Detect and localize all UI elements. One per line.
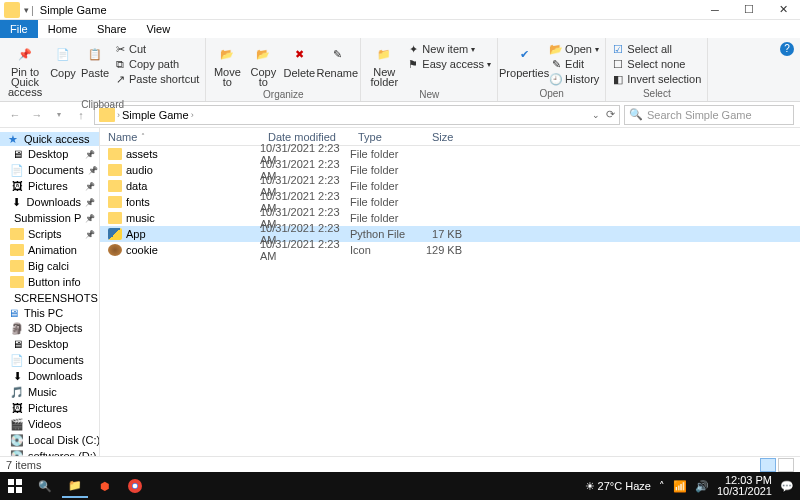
tab-file[interactable]: File [0, 20, 38, 38]
sidebar-item[interactable]: 💽Local Disk (C:) [0, 432, 99, 448]
column-name[interactable]: Name˄ [100, 131, 260, 143]
column-date[interactable]: Date modified [260, 131, 350, 143]
title-bar: ▾ | Simple Game ─ ☐ ✕ [0, 0, 800, 20]
taskbar[interactable]: 🔍 📁 ⬢ ☀ 27°C Haze ˄ 📶 🔊 12:03 PM 10/31/2… [0, 472, 800, 500]
copy-to-button[interactable]: 📂Copy to [246, 40, 280, 89]
search-placeholder: Search Simple Game [647, 109, 752, 121]
folder-icon: 🖥 [10, 148, 24, 160]
file-row[interactable]: cookie10/31/2021 2:23 AMIcon129 KB [100, 242, 800, 258]
sidebar-item[interactable]: Big calci [0, 258, 99, 274]
chevron-right-icon[interactable]: › [191, 110, 194, 120]
sidebar-item[interactable]: 💽softwares (D:) [0, 448, 99, 456]
file-row[interactable]: App10/31/2021 2:23 AMPython File17 KB [100, 226, 800, 242]
file-row[interactable]: music10/31/2021 2:23 AMFile folder [100, 210, 800, 226]
sidebar-item[interactable]: SCREENSHOTS [0, 290, 99, 306]
rename-button[interactable]: ✎Rename [318, 40, 356, 81]
paste-button[interactable]: 📋 Paste [80, 40, 110, 81]
maximize-button[interactable]: ☐ [732, 0, 766, 20]
tray-overflow-icon[interactable]: ˄ [659, 480, 665, 493]
file-row[interactable]: data10/31/2021 2:23 AMFile folder [100, 178, 800, 194]
drive-icon: 💽 [10, 434, 24, 446]
sidebar-item[interactable]: 🎵Music [0, 384, 99, 400]
paste-shortcut-button[interactable]: ↗Paste shortcut [112, 72, 201, 86]
sidebar-item[interactable]: 🖼Pictures [0, 178, 99, 194]
edit-button[interactable]: ✎Edit [548, 57, 601, 71]
sidebar-item[interactable]: 🖼Pictures [0, 400, 99, 416]
select-none-button[interactable]: ☐Select none [610, 57, 703, 71]
column-size[interactable]: Size [424, 131, 468, 143]
column-type[interactable]: Type [350, 131, 424, 143]
notifications-icon[interactable]: 💬 [780, 480, 794, 493]
new-item-icon: ✦ [407, 43, 419, 55]
sidebar-quick-access[interactable]: ★Quick access [0, 132, 99, 146]
chevron-down-icon: ▾ [487, 60, 491, 69]
sidebar-this-pc[interactable]: 🖥This PC [0, 306, 99, 320]
weather-widget[interactable]: ☀ 27°C Haze [585, 480, 651, 493]
folder-icon: 🖼 [10, 180, 24, 192]
easy-access-button[interactable]: ⚑Easy access▾ [405, 57, 493, 71]
file-row[interactable]: assets10/31/2021 2:23 AMFile folder [100, 146, 800, 162]
navigation-pane[interactable]: ★Quick access 🖥Desktop📄Documents🖼Picture… [0, 128, 100, 456]
start-button[interactable] [2, 474, 28, 498]
pin-to-quick-access-button[interactable]: 📌 Pin to Quick access [4, 40, 46, 99]
tab-view[interactable]: View [136, 20, 180, 38]
copy-path-button[interactable]: ⧉Copy path [112, 57, 201, 71]
drive-icon: 🎬 [10, 418, 24, 430]
system-tray[interactable]: ☀ 27°C Haze ˄ 📶 🔊 12:03 PM 10/31/2021 💬 [585, 475, 798, 497]
tray-volume-icon[interactable]: 🔊 [695, 480, 709, 493]
taskbar-explorer-icon[interactable]: 📁 [62, 474, 88, 498]
taskbar-brave-icon[interactable]: ⬢ [92, 474, 118, 498]
breadcrumb-segment[interactable]: Simple Game [122, 109, 189, 121]
file-row[interactable]: audio10/31/2021 2:23 AMFile folder [100, 162, 800, 178]
sidebar-item[interactable]: Button info [0, 274, 99, 290]
sidebar-item[interactable]: Scripts [0, 226, 99, 242]
cut-button[interactable]: ✂Cut [112, 42, 201, 56]
sidebar-item[interactable]: ⬇Downloads [0, 194, 99, 210]
refresh-icon[interactable]: ⟳ [606, 108, 615, 121]
tray-network-icon[interactable]: 📶 [673, 480, 687, 493]
invert-selection-button[interactable]: ◧Invert selection [610, 72, 703, 86]
taskbar-chrome-icon[interactable] [122, 474, 148, 498]
sidebar-item[interactable]: 🖥Desktop [0, 146, 99, 162]
sidebar-item[interactable]: 🎬Videos [0, 416, 99, 432]
folder-icon: 📄 [10, 164, 24, 176]
qat-caret-icon[interactable]: ▾ [24, 5, 29, 15]
paste-icon: 📋 [83, 42, 107, 66]
search-input[interactable]: 🔍 Search Simple Game [624, 105, 794, 125]
sidebar-item[interactable]: 📄Documents [0, 352, 99, 368]
properties-button[interactable]: ✔Properties [502, 40, 546, 81]
history-button[interactable]: 🕘History [548, 72, 601, 86]
history-icon: 🕘 [550, 73, 562, 85]
delete-button[interactable]: ✖Delete [282, 40, 316, 81]
view-large-button[interactable] [778, 458, 794, 472]
new-folder-button[interactable]: 📁New folder [365, 40, 403, 89]
new-item-button[interactable]: ✦New item▾ [405, 42, 493, 56]
chevron-right-icon[interactable]: › [117, 110, 120, 120]
select-all-button[interactable]: ☑Select all [610, 42, 703, 56]
file-row[interactable]: fonts10/31/2021 2:23 AMFile folder [100, 194, 800, 210]
open-button[interactable]: 📂Open▾ [548, 42, 601, 56]
view-details-button[interactable] [760, 458, 776, 472]
help-icon[interactable]: ? [780, 42, 794, 56]
sidebar-item[interactable]: 🖥Desktop [0, 336, 99, 352]
copy-button[interactable]: 📄 Copy [48, 40, 78, 81]
sidebar-item[interactable]: Submission P [0, 210, 99, 226]
sidebar-item[interactable]: Animation [0, 242, 99, 258]
group-label-organize: Organize [210, 89, 356, 100]
star-icon: ★ [6, 133, 20, 145]
move-to-button[interactable]: 📂Move to [210, 40, 244, 89]
taskbar-clock[interactable]: 12:03 PM 10/31/2021 [717, 475, 772, 497]
tab-share[interactable]: Share [87, 20, 136, 38]
tab-home[interactable]: Home [38, 20, 87, 38]
minimize-button[interactable]: ─ [698, 0, 732, 20]
sidebar-item[interactable]: 📄Documents [0, 162, 99, 178]
close-button[interactable]: ✕ [766, 0, 800, 20]
file-list[interactable]: assets10/31/2021 2:23 AMFile folderaudio… [100, 146, 800, 456]
sidebar-item[interactable]: 🗿3D Objects [0, 320, 99, 336]
ribbon-group-organize: 📂Move to 📂Copy to ✖Delete ✎Rename Organi… [206, 38, 361, 101]
folder-icon [10, 260, 24, 272]
sidebar-item[interactable]: ⬇Downloads [0, 368, 99, 384]
chevron-down-icon[interactable]: ⌄ [592, 110, 600, 120]
svg-rect-0 [8, 479, 14, 485]
taskbar-search-icon[interactable]: 🔍 [32, 474, 58, 498]
